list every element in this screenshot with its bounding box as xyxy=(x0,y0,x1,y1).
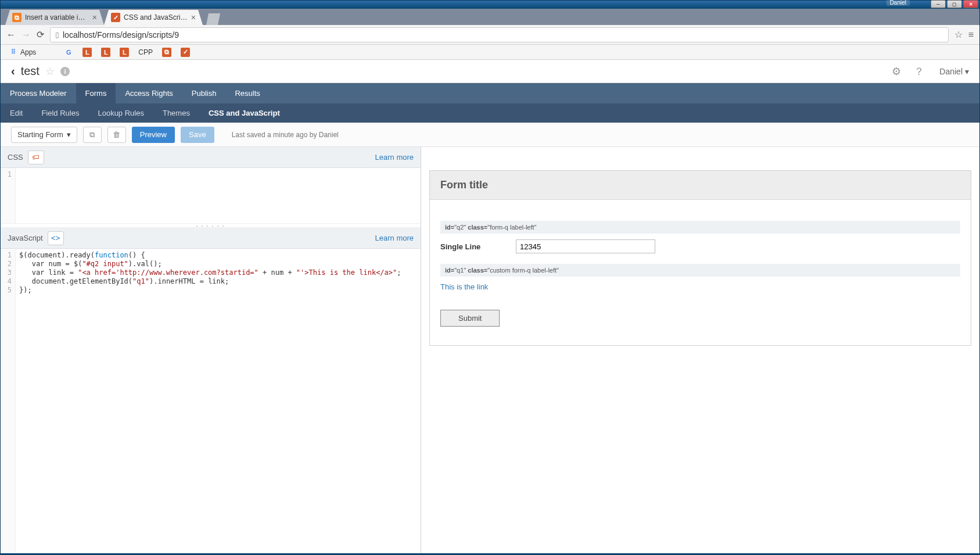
dropdown-label: Starting Form xyxy=(17,130,63,139)
apps-bookmark[interactable]: ⠿ Apps xyxy=(6,46,38,58)
stackoverflow-icon: ⧉ xyxy=(12,13,21,22)
preview-pane: Form title id="q2" class="form-q label-l… xyxy=(421,147,979,553)
back-button[interactable]: ← xyxy=(6,30,16,40)
left-pane: CSS 🏷 Learn more 1 • • • • • • JavaScrip… xyxy=(1,147,421,553)
titlebar-username: Daniel xyxy=(886,0,910,6)
browser-tab[interactable]: ⧉ Insert a variable into hype × xyxy=(5,10,104,25)
css-editor[interactable]: 1 xyxy=(1,168,421,223)
subnav-lookup-rules[interactable]: Lookup Rules xyxy=(88,103,153,123)
page-icon: ▯ xyxy=(55,31,59,39)
minimize-button[interactable]: ─ xyxy=(931,0,946,8)
bookmark-bar: ⠿ Apps G L L L CPP ⧉ ✓ xyxy=(1,45,979,60)
save-button[interactable]: Save xyxy=(181,127,214,143)
bookmark-cpp[interactable]: CPP xyxy=(136,47,155,58)
subnav-field-rules[interactable]: Field Rules xyxy=(32,103,88,123)
subnav-css-js[interactable]: CSS and JavaScript xyxy=(199,103,289,123)
letter-l-icon: L xyxy=(101,48,110,57)
js-learn-more-link[interactable]: Learn more xyxy=(375,234,414,242)
chevron-down-icon: ▾ xyxy=(965,67,969,76)
bookmark-item[interactable]: L xyxy=(99,46,113,58)
letter-l-icon: L xyxy=(120,48,129,57)
chevron-down-icon: ▾ xyxy=(67,130,71,139)
apps-grid-icon: ⠿ xyxy=(9,48,18,57)
tab-title: CSS and JavaScript | Laser xyxy=(124,13,188,22)
bookmark-item[interactable] xyxy=(43,46,57,58)
user-menu[interactable]: Daniel ▾ xyxy=(939,67,969,76)
google-icon: G xyxy=(64,48,73,57)
back-chevron-icon[interactable]: ‹ xyxy=(11,65,15,78)
generated-link[interactable]: This is the link xyxy=(440,282,488,291)
nav-access-rights[interactable]: Access Rights xyxy=(116,83,182,103)
css-gutter: 1 xyxy=(1,168,16,223)
copy-icon: ⧉ xyxy=(89,130,95,139)
browser-tab-active[interactable]: ✓ CSS and JavaScript | Laser × xyxy=(104,10,203,25)
close-tab-icon[interactable]: × xyxy=(191,13,196,22)
nav-forms[interactable]: Forms xyxy=(76,83,116,103)
maximize-button[interactable]: ▢ xyxy=(947,0,962,8)
browser-menu-icon[interactable]: ≡ xyxy=(968,30,974,40)
editor-area: CSS 🏷 Learn more 1 • • • • • • JavaScrip… xyxy=(1,147,979,553)
form-title-bar: Form title xyxy=(430,171,971,200)
bookmark-item[interactable]: L xyxy=(80,46,94,58)
window-titlebar: Daniel ─ ▢ ✕ xyxy=(1,1,979,9)
new-tab-button[interactable] xyxy=(206,13,220,25)
field-meta: id="q1" class="custom form-q label-left" xyxy=(440,264,960,277)
secondary-nav: Edit Field Rules Lookup Rules Themes CSS… xyxy=(1,103,979,123)
close-tab-icon[interactable]: × xyxy=(92,13,97,22)
delete-button[interactable]: 🗑 xyxy=(107,127,126,143)
close-window-button[interactable]: ✕ xyxy=(963,0,978,8)
square-icon: ⧉ xyxy=(162,48,171,57)
bookmark-item[interactable]: G xyxy=(62,46,76,58)
nav-publish[interactable]: Publish xyxy=(182,83,226,103)
css-learn-more-link[interactable]: Learn more xyxy=(375,153,414,162)
js-gutter: 1 2 3 4 5 xyxy=(1,249,16,553)
single-line-input[interactable] xyxy=(516,239,655,253)
js-editor[interactable]: 1 2 3 4 5 $(document).ready(function() {… xyxy=(1,249,421,553)
form-select-dropdown[interactable]: Starting Form ▾ xyxy=(11,127,77,143)
save-status: Last saved a minute ago by Daniel xyxy=(232,131,339,139)
css-code xyxy=(16,168,23,223)
bookmark-star-icon[interactable]: ☆ xyxy=(954,29,963,40)
trash-icon: 🗑 xyxy=(113,130,120,139)
form-body: id="q2" class="form-q label-left" Single… xyxy=(430,200,971,345)
page-title: test xyxy=(21,65,40,78)
letter-l-icon: L xyxy=(82,48,92,57)
code-icon[interactable]: <> xyxy=(48,231,64,245)
css-panel-title: CSS xyxy=(8,153,23,162)
resize-handle[interactable]: • • • • • • xyxy=(1,223,421,228)
check-icon: ✓ xyxy=(181,48,190,57)
bookmark-item[interactable]: ⧉ xyxy=(160,46,174,58)
nav-process-modeler[interactable]: Process Modeler xyxy=(1,83,76,103)
css-panel-header: CSS 🏷 Learn more xyxy=(1,147,421,168)
toolbar: Starting Form ▾ ⧉ 🗑 Preview Save Last sa… xyxy=(1,123,979,147)
nav-results[interactable]: Results xyxy=(225,83,269,103)
favorite-star-icon[interactable]: ☆ xyxy=(45,65,55,78)
form-title: Form title xyxy=(440,179,960,191)
js-panel-header: JavaScript <> Learn more xyxy=(1,228,421,249)
apple-icon xyxy=(45,48,55,57)
url-input[interactable]: ▯ localhost/Forms/design/scripts/9 xyxy=(50,27,949,42)
primary-nav: Process Modeler Forms Access Rights Publ… xyxy=(1,83,979,103)
info-icon[interactable]: i xyxy=(60,67,70,76)
subnav-edit[interactable]: Edit xyxy=(1,103,32,123)
copy-button[interactable]: ⧉ xyxy=(83,127,102,143)
bookmark-item[interactable]: L xyxy=(117,46,131,58)
gear-icon[interactable]: ⚙ xyxy=(892,65,901,78)
preview-button[interactable]: Preview xyxy=(132,127,175,143)
url-text: localhost/Forms/design/scripts/9 xyxy=(63,30,179,40)
app-header: ‹ test ☆ i ⚙ ？ Daniel ▾ xyxy=(1,60,979,83)
laserfiche-icon: ✓ xyxy=(111,13,120,22)
bookmark-item[interactable]: ✓ xyxy=(178,46,192,58)
reload-button[interactable]: ⟳ xyxy=(37,29,44,40)
browser-tab-strip: ⧉ Insert a variable into hype × ✓ CSS an… xyxy=(1,9,979,25)
js-code: $(document).ready(function() { var num =… xyxy=(16,249,404,553)
form-preview: Form title id="q2" class="form-q label-l… xyxy=(429,170,971,346)
subnav-themes[interactable]: Themes xyxy=(153,103,199,123)
tag-icon[interactable]: 🏷 xyxy=(28,151,44,164)
help-icon[interactable]: ？ xyxy=(914,65,924,78)
tab-title: Insert a variable into hype xyxy=(25,13,89,22)
user-name: Daniel xyxy=(939,67,963,76)
submit-button[interactable]: Submit xyxy=(440,310,500,327)
forward-button[interactable]: → xyxy=(21,30,31,40)
js-panel-title: JavaScript xyxy=(8,234,43,242)
